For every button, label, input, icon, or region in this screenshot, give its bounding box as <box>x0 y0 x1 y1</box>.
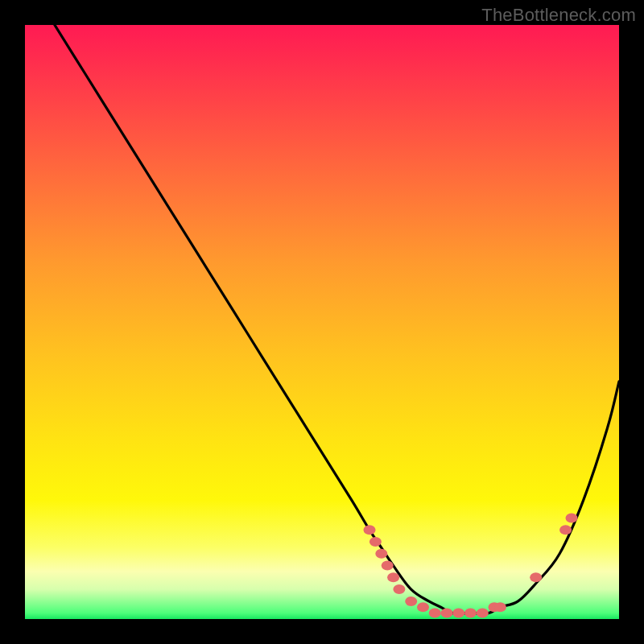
marker-dot <box>417 602 429 612</box>
marker-dot <box>566 514 578 523</box>
bottleneck-curve <box>55 25 619 613</box>
plot-area <box>25 25 619 619</box>
curve-markers <box>364 514 578 618</box>
marker-dot <box>429 609 441 618</box>
chart-frame: TheBottleneck.com <box>0 0 644 644</box>
marker-dot <box>382 561 394 571</box>
marker-dot <box>530 572 542 582</box>
marker-dot <box>364 525 376 535</box>
watermark-text: TheBottleneck.com <box>481 5 636 26</box>
marker-dot <box>464 609 477 618</box>
curve-svg <box>25 25 619 619</box>
marker-dot <box>393 584 405 594</box>
marker-dot <box>494 602 506 612</box>
marker-dot <box>369 537 382 547</box>
series-curve <box>55 25 619 613</box>
marker-dot <box>559 525 572 535</box>
marker-dot <box>375 549 387 559</box>
marker-dot <box>441 609 453 618</box>
marker-dot <box>405 597 417 606</box>
marker-dot <box>477 609 489 618</box>
marker-dot <box>452 609 464 618</box>
marker-dot <box>387 572 399 582</box>
